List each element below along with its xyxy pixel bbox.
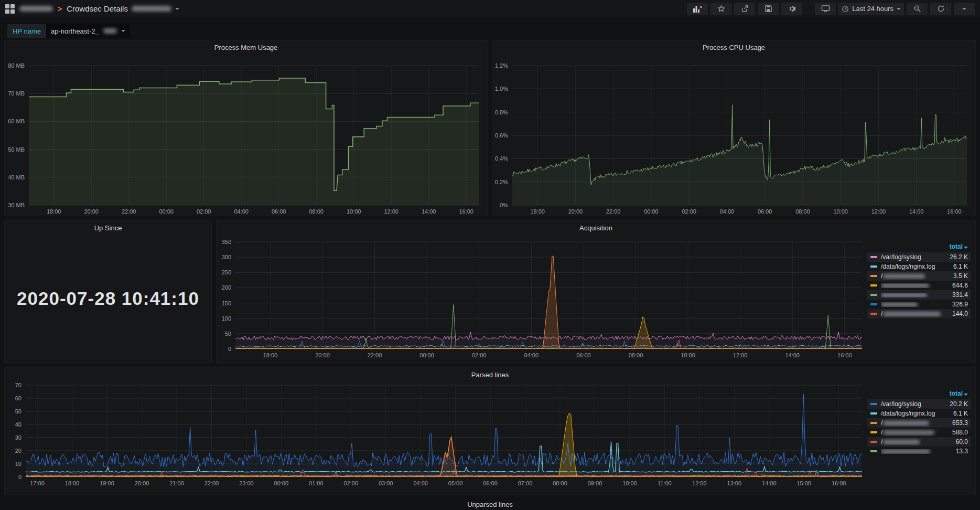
- cycle-view-mode-button[interactable]: [815, 3, 836, 15]
- legend-sort-total[interactable]: total: [867, 242, 971, 252]
- apps-grid-icon[interactable]: [5, 4, 15, 14]
- legend-row[interactable]: /3.5 K: [867, 271, 971, 281]
- panel-title[interactable]: Up Since: [5, 221, 211, 235]
- series-label: /: [881, 429, 948, 436]
- series-label: /var/log/syslog: [881, 253, 945, 261]
- time-range-label: Last 24 hours: [852, 5, 893, 13]
- panel-title[interactable]: Unparsed lines: [4, 497, 976, 510]
- svg-text:02:00: 02:00: [197, 208, 211, 215]
- legend-row[interactable]: /144.0: [867, 309, 971, 318]
- series-total-value: 26.2 K: [945, 253, 968, 261]
- panel-parsed-lines: Parsed lines 17:0018:0019:0020:0021:0022…: [4, 367, 976, 495]
- dashboard-toolbar: Last 24 hours: [687, 3, 980, 15]
- series-color-swatch: [870, 412, 877, 415]
- legend-row[interactable]: 331.4: [867, 290, 971, 300]
- redacted-folder-name[interactable]: [19, 6, 53, 12]
- svg-text:60: 60: [15, 395, 21, 401]
- legend-row[interactable]: 644.6: [867, 281, 971, 290]
- svg-text:12:00: 12:00: [384, 208, 399, 215]
- svg-text:18:00: 18:00: [263, 352, 278, 358]
- legend-row[interactable]: /588.0: [867, 428, 971, 437]
- series-total-value: 331.4: [948, 291, 968, 299]
- svg-text:14:00: 14:00: [909, 208, 924, 215]
- legend-row[interactable]: /var/log/syslog20.2 K: [867, 399, 971, 409]
- svg-text:05:00: 05:00: [448, 480, 463, 486]
- svg-text:22:00: 22:00: [122, 208, 136, 215]
- add-panel-button[interactable]: [687, 3, 708, 15]
- legend-row[interactable]: /var/log/syslog26.2 K: [867, 252, 971, 262]
- acquisition-chart[interactable]: 18:0020:0022:0000:0002:0004:0006:0008:00…: [217, 235, 867, 363]
- panel-title[interactable]: Process Mem Usage: [5, 40, 487, 54]
- svg-text:350: 350: [222, 239, 231, 245]
- legend-row[interactable]: /653.3: [867, 418, 971, 428]
- process-cpu-usage-chart[interactable]: 18:0020:0022:0000:0002:0004:0006:0008:00…: [492, 54, 975, 216]
- series-color-swatch: [870, 431, 877, 433]
- parsed-lines-legend: total/var/log/syslog20.2 K/data/logs/ngi…: [867, 381, 975, 495]
- svg-text:17:00: 17:00: [30, 480, 45, 486]
- save-dashboard-button[interactable]: [758, 3, 779, 15]
- svg-text:30 MB: 30 MB: [8, 202, 25, 208]
- legend-row[interactable]: /data/logs/nginx.log6.1 K: [867, 262, 971, 271]
- refresh-icon: [937, 5, 945, 13]
- svg-text:06:00: 06:00: [483, 480, 498, 486]
- legend-row[interactable]: /data/logs/nginx.log6.1 K: [867, 409, 971, 418]
- legend-row[interactable]: 326.9: [867, 300, 971, 309]
- series-total-value: 644.6: [948, 282, 968, 289]
- dashboard-settings-button[interactable]: [781, 3, 802, 15]
- svg-text:21:00: 21:00: [169, 480, 184, 486]
- refresh-interval-dropdown[interactable]: [954, 3, 975, 15]
- svg-text:16:00: 16:00: [947, 208, 962, 215]
- svg-text:20:00: 20:00: [568, 208, 583, 215]
- legend-row[interactable]: 13.3: [867, 447, 971, 456]
- series-total-value: 653.3: [948, 419, 968, 427]
- series-label: /: [881, 272, 949, 280]
- parsed-lines-chart[interactable]: 17:0018:0019:0020:0021:0022:0023:0000:00…: [5, 381, 867, 495]
- grafana-dashboard: > Crowdsec Details: [0, 0, 980, 510]
- svg-text:0: 0: [18, 474, 21, 480]
- series-color-swatch: [870, 403, 877, 405]
- svg-text:22:00: 22:00: [368, 352, 382, 358]
- add-panel-icon: [693, 5, 702, 13]
- svg-text:22:00: 22:00: [606, 208, 621, 215]
- svg-text:04:00: 04:00: [524, 352, 539, 358]
- svg-text:22:00: 22:00: [204, 480, 219, 486]
- svg-text:0%: 0%: [500, 202, 508, 208]
- zoom-out-button[interactable]: [907, 3, 928, 15]
- star-dashboard-button[interactable]: [710, 3, 731, 15]
- svg-text:200: 200: [222, 284, 231, 291]
- share-dashboard-button[interactable]: [734, 3, 755, 15]
- acquisition-legend: total/var/log/syslog26.2 K/data/logs/ngi…: [867, 235, 975, 363]
- panel-title[interactable]: Parsed lines: [5, 368, 975, 381]
- series-total-value: 6.1 K: [949, 263, 968, 270]
- svg-text:150: 150: [222, 300, 231, 306]
- series-label: /data/logs/nginx.log: [881, 410, 949, 417]
- svg-text:0.8%: 0.8%: [495, 109, 508, 115]
- svg-text:20:00: 20:00: [84, 208, 99, 215]
- process-mem-usage-chart[interactable]: 18:0020:0022:0000:0002:0004:0006:0008:00…: [5, 54, 487, 216]
- series-color-swatch: [870, 256, 877, 258]
- series-label: /var/log/syslog: [881, 400, 945, 408]
- svg-text:07:00: 07:00: [518, 480, 533, 486]
- panel-title[interactable]: Acquisition: [217, 221, 975, 235]
- legend-row[interactable]: /60.0: [867, 437, 971, 447]
- svg-text:11:00: 11:00: [658, 480, 672, 486]
- svg-text:10:00: 10:00: [622, 480, 637, 486]
- refresh-button[interactable]: [930, 3, 951, 15]
- series-color-swatch: [870, 450, 877, 452]
- svg-text:18:00: 18:00: [65, 480, 80, 486]
- variable-value-dropdown[interactable]: ap-northeast-2_: [46, 24, 130, 38]
- panel-title[interactable]: Process CPU Usage: [492, 40, 975, 54]
- legend-sort-total[interactable]: total: [867, 389, 971, 399]
- series-total-value: 60.0: [952, 438, 968, 445]
- panel-unparsed-lines: Unparsed lines: [4, 497, 976, 510]
- svg-text:40 MB: 40 MB: [8, 174, 25, 180]
- series-color-swatch: [870, 441, 877, 443]
- svg-text:20:00: 20:00: [315, 352, 330, 358]
- svg-text:08:00: 08:00: [629, 352, 643, 358]
- svg-text:00:00: 00:00: [274, 480, 289, 486]
- svg-text:14:00: 14:00: [422, 208, 436, 215]
- dashboard-title-dropdown[interactable]: Crowdsec Details: [67, 4, 179, 13]
- time-range-picker[interactable]: Last 24 hours: [838, 3, 904, 15]
- up-since-value: 2020-07-28 10:41:10: [5, 235, 211, 363]
- chevron-down-icon: [962, 8, 966, 10]
